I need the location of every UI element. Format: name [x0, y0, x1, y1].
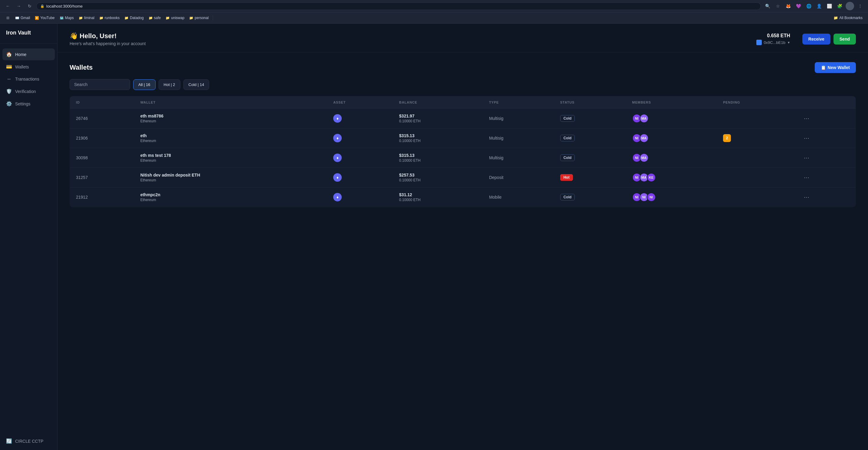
more-options-button[interactable]: ⋯: [801, 153, 812, 162]
status-badge: Hot: [560, 174, 573, 181]
col-header-asset: ASSET: [327, 96, 393, 109]
bookmarks-divider: [213, 16, 213, 20]
new-wallet-button[interactable]: 📋 New Wallet: [815, 62, 856, 73]
extensions-btn[interactable]: 🧩: [835, 2, 844, 10]
wallets-header: Wallets 📋 New Wallet: [70, 62, 856, 73]
bookmark-runbooks-label: runbooks: [105, 16, 120, 20]
more-options-button[interactable]: ⋯: [801, 114, 812, 123]
wallet-members-cell: NIMA: [626, 148, 717, 168]
table-row[interactable]: 31257Nitish dev admin deposit ETHEthereu…: [70, 168, 856, 187]
more-options-button[interactable]: ⋯: [801, 133, 812, 143]
wallet-name-cell: ethmpc2nEthereum: [134, 187, 328, 207]
browser-actions: 🔍 ☆ 🦊 💜 🌐 👤 ⬜ 🧩 ⋮: [763, 2, 864, 10]
table-header-row: ID WALLET ASSET BALANCE TYPE STATUS MEMB…: [70, 96, 856, 109]
wallet-status-cell: Cold: [554, 148, 626, 168]
eth-icon: ♦: [333, 193, 342, 201]
filter-hot-button[interactable]: Hot | 2: [159, 79, 180, 90]
receive-button[interactable]: Receive: [802, 34, 831, 44]
sidebar-item-verification[interactable]: 🛡️ Verification: [2, 85, 55, 97]
sidebar-item-transactions[interactable]: ↔️ Transactions: [2, 73, 55, 85]
bookmark-safe-label: safe: [154, 16, 161, 20]
table-row[interactable]: 30098eth ms test 178Ethereum♦$315.130.10…: [70, 148, 856, 168]
bookmark-maps[interactable]: 🗺️ Maps: [58, 15, 76, 21]
more-options-button[interactable]: ⋯: [801, 173, 812, 182]
more-options-button[interactable]: ⋯: [801, 192, 812, 202]
datadog-icon: 📁: [124, 16, 129, 20]
col-header-members: MEMBERS: [626, 96, 717, 109]
col-header-type: TYPE: [483, 96, 554, 109]
forward-button[interactable]: →: [14, 2, 23, 10]
col-header-actions: [795, 96, 856, 109]
wallet-balance-cell: $31.120.10000 ETH: [393, 187, 483, 207]
table-row[interactable]: 26746eth ms8786Ethereum♦$321.970.10000 E…: [70, 109, 856, 128]
bookmark-uniswap-label: uniswap: [171, 16, 184, 20]
sidebar-item-settings[interactable]: ⚙️ Settings: [2, 98, 55, 110]
col-header-pending: PENDING: [717, 96, 795, 109]
wallet-asset-cell: ♦: [327, 128, 393, 148]
sidebar-item-wallets[interactable]: 💳 Wallets: [2, 61, 55, 73]
wallet-icon: [756, 40, 762, 45]
address-bar[interactable]: 🔒 localhost:3000/home: [36, 2, 761, 10]
wallet-pending-cell: [717, 168, 795, 187]
pending-badge: 2: [723, 134, 731, 142]
user-avatar-btn[interactable]: [846, 2, 854, 10]
extension3-btn[interactable]: 🌐: [804, 2, 813, 10]
table-row[interactable]: 21906ethEthereum♦$315.130.10000 ETHMulti…: [70, 128, 856, 148]
reload-button[interactable]: ↻: [25, 2, 34, 10]
filter-all-button[interactable]: All | 16: [133, 79, 156, 90]
wallet-actions-cell: ⋯: [795, 128, 856, 148]
wallet-actions-cell: ⋯: [795, 187, 856, 207]
bookmark-datadog[interactable]: 📁 Datadog: [123, 15, 145, 21]
sidebar-logo: Iron Vault: [0, 30, 57, 43]
all-bookmarks-btn[interactable]: 📁 All Bookmarks: [832, 15, 864, 21]
bookmark-personal-label: personal: [195, 16, 209, 20]
sidebar: Iron Vault 🏠 Home 💳 Wallets ↔️ Transacti…: [0, 24, 58, 450]
col-header-balance: BALANCE: [393, 96, 483, 109]
header-wallet-info: 0.658 ETH 0x9C...bE1b ▼: [756, 33, 790, 45]
status-badge: Cold: [560, 135, 575, 142]
send-button[interactable]: Send: [834, 34, 856, 44]
circle-cctp-icon: 🔄: [6, 438, 12, 444]
wallet-status-cell: Cold: [554, 187, 626, 207]
sidebar-verification-label: Verification: [15, 89, 36, 94]
extension2-btn[interactable]: 💜: [794, 2, 803, 10]
bookmark-folder-icon: 📁: [834, 16, 838, 20]
search-input[interactable]: [70, 79, 130, 90]
table-row[interactable]: 21912ethmpc2nEthereum♦$31.120.10000 ETHM…: [70, 187, 856, 207]
greeting-text: 👋 Hello, User!: [70, 32, 146, 40]
star-icon-btn[interactable]: ☆: [774, 2, 782, 10]
extension4-btn[interactable]: 👤: [815, 2, 823, 10]
apps-grid-btn[interactable]: ⊞: [4, 13, 12, 22]
wallets-section: Wallets 📋 New Wallet All | 16 Hot | 2 Co…: [58, 52, 868, 217]
wallet-balance-cell: $257.530.10000 ETH: [393, 168, 483, 187]
search-icon-btn[interactable]: 🔍: [763, 2, 772, 10]
back-button[interactable]: ←: [4, 2, 12, 10]
wallet-asset-cell: ♦: [327, 168, 393, 187]
bookmark-youtube[interactable]: ▶️ YouTube: [33, 15, 56, 21]
status-badge: Cold: [560, 154, 575, 161]
filter-cold-button[interactable]: Cold | 14: [183, 79, 210, 90]
bookmark-safe[interactable]: 📁 safe: [147, 15, 163, 21]
menu-btn[interactable]: ⋮: [856, 2, 864, 10]
extension1-btn[interactable]: 🦊: [784, 2, 792, 10]
wallet-members-cell: NIMA: [626, 128, 717, 148]
wallet-members-cell: NININI: [626, 187, 717, 207]
col-header-id: ID: [70, 96, 134, 109]
wallet-members-cell: NIMA: [626, 109, 717, 128]
bookmark-uniswap[interactable]: 📁 uniswap: [164, 15, 186, 21]
bookmark-liminal[interactable]: 📁 liminal: [77, 15, 96, 21]
bookmark-gmail[interactable]: ✉️ Gmail: [13, 15, 32, 21]
wallet-name-cell: Nitish dev admin deposit ETHEthereum: [134, 168, 328, 187]
sidebar-item-circle-cctp[interactable]: 🔄 CIRCLE CCTP: [2, 435, 55, 447]
liminal-icon: 📁: [79, 16, 83, 20]
bookmark-youtube-label: YouTube: [40, 16, 55, 20]
window-btn[interactable]: ⬜: [825, 2, 834, 10]
bookmark-personal[interactable]: 📁 personal: [187, 15, 210, 21]
bookmark-runbooks[interactable]: 📁 runbooks: [97, 15, 121, 21]
wallet-id-cell: 30098: [70, 148, 134, 168]
wallet-pending-cell: [717, 148, 795, 168]
app-container: Iron Vault 🏠 Home 💳 Wallets ↔️ Transacti…: [0, 24, 868, 450]
eth-icon: ♦: [333, 173, 342, 182]
sidebar-item-home[interactable]: 🏠 Home: [2, 49, 55, 60]
header-actions: Receive Send: [802, 34, 856, 44]
